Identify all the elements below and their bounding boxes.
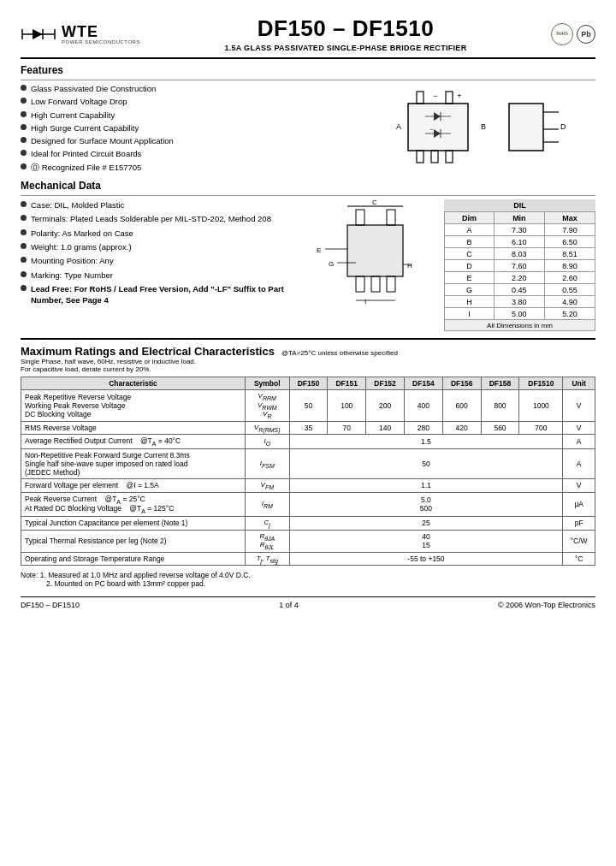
svg-rect-6 xyxy=(417,151,424,163)
svg-rect-29 xyxy=(371,276,380,292)
sym-header: Symbol xyxy=(245,377,289,390)
svg-text:G: G xyxy=(329,260,334,268)
df1510-header: DF1510 xyxy=(519,377,563,390)
table-row: A7.307.90 xyxy=(445,224,595,236)
list-item: Case: DIL, Molded Plastic xyxy=(21,199,305,211)
mechanical-divider xyxy=(21,195,595,196)
svg-text:~: ~ xyxy=(429,126,434,133)
features-list: Glass Passivated Die Construction Low Fo… xyxy=(21,83,347,175)
svg-rect-27 xyxy=(347,225,403,276)
list-item: Weight: 1.0 grams (approx.) xyxy=(21,241,305,252)
note-2: 2. Mounted on PC board with 13mm² copper… xyxy=(21,579,595,588)
unit-header: Unit xyxy=(563,377,595,390)
table-row: G0.450.55 xyxy=(445,284,595,296)
table-row: E2.202.60 xyxy=(445,272,595,284)
svg-rect-10 xyxy=(446,92,453,104)
notes-section: Note: 1. Measured at 1.0 MHz and applied… xyxy=(21,571,595,588)
mechanical-list: Case: DIL, Molded Plastic Terminals: Pla… xyxy=(21,199,305,331)
page-header: WTE POWER SEMICONDUCTORS DF150 – DF1510 … xyxy=(21,15,595,52)
note-1: Note: 1. Measured at 1.0 MHz and applied… xyxy=(21,571,595,579)
svg-text:H: H xyxy=(407,262,412,270)
part-number-area: DF150 – DF1510 1.5A GLASS PASSIVATED SIN… xyxy=(224,15,466,52)
mechanical-title: Mechanical Data xyxy=(21,180,595,192)
certification-badges: RoHS xyxy=(551,23,595,45)
list-item: Low Forward Voltage Drop xyxy=(21,96,347,107)
svg-text:E: E xyxy=(317,246,321,254)
component-diagrams: − + A B ~ xyxy=(356,83,595,175)
footer-copyright: © 2006 Won-Top Electronics xyxy=(498,601,595,609)
front-view-diagram: − + A B ~ xyxy=(382,86,494,172)
table-row: Typical Thermal Resistance per leg (Note… xyxy=(21,530,595,552)
svg-rect-8 xyxy=(446,151,453,163)
list-item: Terminals: Plated Leads Solderable per M… xyxy=(21,213,305,224)
svg-rect-9 xyxy=(417,92,424,104)
dil-table-caption: DIL xyxy=(444,199,595,211)
svg-rect-30 xyxy=(387,276,395,292)
svg-rect-31 xyxy=(356,210,364,225)
df150-header: DF150 xyxy=(289,377,328,390)
bullet-icon xyxy=(21,163,27,169)
svg-rect-7 xyxy=(431,151,438,163)
part-number: DF150 – DF1510 xyxy=(224,15,466,42)
dimension-diagram: C E G H I xyxy=(313,199,437,311)
max-ratings-condition: @TA=25°C unless otherwise specified xyxy=(281,349,398,357)
char-header: Characteristic xyxy=(21,377,246,390)
svg-rect-32 xyxy=(387,210,395,225)
list-item: High Current Capability xyxy=(21,110,347,121)
list-item: Mounting Position: Any xyxy=(21,255,305,266)
page-footer: DF150 – DF1510 1 of 4 © 2006 Won-Top Ele… xyxy=(21,596,595,609)
bullet-icon xyxy=(21,85,27,91)
df158-header: DF158 xyxy=(481,377,519,390)
svg-rect-28 xyxy=(356,276,364,292)
dil-footer: All Dimensions in mm xyxy=(445,320,595,331)
table-row: B6.106.50 xyxy=(445,236,595,248)
bullet-icon xyxy=(21,150,27,156)
svg-text:B: B xyxy=(481,122,486,131)
list-item: Ideal for Printed Circuit Boards xyxy=(21,148,347,159)
wte-logo: WTE POWER SEMICONDUCTORS xyxy=(62,24,140,44)
svg-rect-22 xyxy=(509,104,543,151)
diode-symbol-icon xyxy=(21,24,56,44)
ratings-table: Characteristic Symbol DF150 DF151 DF152 … xyxy=(21,377,595,566)
table-row: I5.005.20 xyxy=(445,308,595,320)
dim-col-header: Dim xyxy=(445,212,495,224)
bullet-icon xyxy=(21,243,27,249)
rohs-badge: RoHS xyxy=(551,23,573,45)
ratings-sub-notes: Single Phase, half wave, 60Hz, resistive… xyxy=(21,358,595,373)
table-row: Non-Repetitive Peak Forward Surge Curren… xyxy=(21,449,595,479)
svg-text:+: + xyxy=(457,92,461,100)
table-row: D7.608.90 xyxy=(445,260,595,272)
bullet-icon xyxy=(21,285,27,291)
logo-area: WTE POWER SEMICONDUCTORS xyxy=(21,24,140,44)
svg-text:I: I xyxy=(364,298,366,305)
list-item: Marking: Type Number xyxy=(21,270,305,281)
df154-header: DF154 xyxy=(404,377,442,390)
bullet-icon xyxy=(21,124,27,130)
power-semiconductors-text: POWER SEMICONDUCTORS xyxy=(62,39,140,44)
table-row: Operating and Storage Temperature Range … xyxy=(21,552,595,566)
footer-part-number: DF150 – DF1510 xyxy=(21,601,80,609)
mechanical-diagram-and-table: C E G H I DIL xyxy=(313,199,595,331)
svg-text:C: C xyxy=(372,199,377,206)
max-ratings-title: Maximum Ratings and Electrical Character… xyxy=(21,345,275,358)
bullet-icon xyxy=(21,271,27,277)
table-row: RMS Reverse Voltage VR(RMS) 35 70 140 28… xyxy=(21,421,595,435)
svg-marker-1 xyxy=(33,29,43,39)
features-section: Features Glass Passivated Die Constructi… xyxy=(21,64,595,175)
bullet-icon xyxy=(21,98,27,104)
bullet-icon xyxy=(21,257,27,263)
part-subtitle: 1.5A GLASS PASSIVATED SINGLE-PHASE BRIDG… xyxy=(224,44,466,52)
table-row: Peak Repetitive Reverse Voltage Working … xyxy=(21,390,595,422)
wte-brand-text: WTE xyxy=(62,24,98,39)
section-divider xyxy=(21,338,595,340)
table-row: C8.038.51 xyxy=(445,248,595,260)
max-col-header: Max xyxy=(544,212,595,224)
svg-text:D: D xyxy=(560,122,566,131)
mechanical-section: Mechanical Data Case: DIL, Molded Plasti… xyxy=(21,180,595,331)
svg-text:A: A xyxy=(396,122,401,131)
table-row: Peak Reverse Current @TA = 25°C At Rated… xyxy=(21,492,595,516)
svg-rect-5 xyxy=(408,104,468,151)
features-divider xyxy=(21,80,595,80)
df156-header: DF156 xyxy=(442,377,481,390)
side-view-diagram: D xyxy=(500,86,569,172)
